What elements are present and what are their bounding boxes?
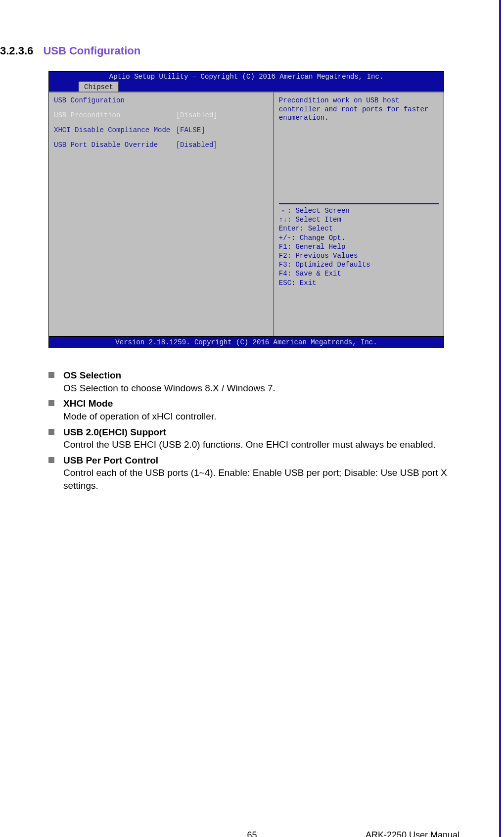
page-number: 65: [247, 830, 257, 837]
bios-title-bar: Aptio Setup Utility – Copyright (C) 2016…: [49, 72, 444, 82]
bullet-icon: [48, 400, 54, 406]
bios-body: USB Configuration USB Precondition [Disa…: [49, 92, 444, 336]
bios-option-value: [Disabled]: [176, 111, 268, 119]
section-title: USB Configuration: [43, 45, 140, 57]
section-heading: 3.2.3.6 USB Configuration: [0, 45, 459, 57]
bios-left-pane: USB Configuration USB Precondition [Disa…: [49, 93, 274, 336]
bios-option-row[interactable]: XHCI Disable Compliance Mode [FALSE]: [54, 126, 268, 134]
bullet-title: OS Selection: [63, 369, 454, 382]
bullet-desc: Control the USB EHCI (USB 2.0) functions…: [63, 438, 454, 451]
bios-option-value: [Disabled]: [176, 141, 268, 149]
manual-title: ARK-2250 User Manual: [366, 830, 459, 837]
side-rule: [499, 0, 501, 837]
bios-window: Aptio Setup Utility – Copyright (C) 2016…: [48, 71, 444, 348]
bullet-title: USB Per Port Control: [63, 454, 454, 467]
bullet-desc: OS Selection to choose Windows 8.X / Win…: [63, 382, 454, 395]
bios-help-text: Precondition work on USB host controller…: [279, 96, 439, 200]
key-f3: F3: Optimized Defaults: [279, 260, 439, 269]
section-number: 3.2.3.6: [0, 45, 33, 57]
bios-option-row[interactable]: USB Precondition [Disabled]: [54, 111, 268, 119]
bullet-desc: Control each of the USB ports (1~4). Ena…: [63, 466, 454, 492]
bios-option-row[interactable]: USB Port Disable Override [Disabled]: [54, 141, 268, 149]
bullet-title: USB 2.0(EHCI) Support: [63, 426, 454, 439]
bullet-item: USB 2.0(EHCI) Support Control the USB EH…: [48, 426, 454, 451]
bios-key-legend: →←: Select Screen ↑↓: Select Item Enter:…: [279, 206, 439, 287]
bios-divider: [279, 203, 439, 204]
bullet-title: XHCI Mode: [63, 397, 454, 410]
bios-option-label: XHCI Disable Compliance Mode: [54, 126, 176, 134]
bios-footer: Version 2.18.1259. Copyright (C) 2016 Am…: [49, 336, 444, 348]
bullet-item: XHCI Mode Mode of operation of xHCI cont…: [48, 397, 454, 422]
key-enter: Enter: Select: [279, 224, 439, 233]
bios-screenshot: Aptio Setup Utility – Copyright (C) 2016…: [48, 71, 444, 348]
key-f1: F1: General Help: [279, 242, 439, 251]
key-change: +/-: Change Opt.: [279, 233, 439, 242]
bios-right-pane: Precondition work on USB host controller…: [274, 93, 444, 336]
bios-option-label: USB Precondition: [54, 111, 176, 119]
key-f4: F4: Save & Exit: [279, 269, 439, 278]
bullet-icon: [48, 429, 54, 435]
key-select-item: ↑↓: Select Item: [279, 215, 439, 224]
bullet-desc: Mode of operation of xHCI controller.: [63, 410, 454, 423]
key-f2: F2: Previous Values: [279, 251, 439, 260]
key-select-screen: →←: Select Screen: [279, 206, 439, 215]
bullet-list: OS Selection OS Selection to choose Wind…: [48, 369, 454, 492]
bios-tab-bar: Chipset: [49, 82, 444, 92]
bios-option-label: USB Port Disable Override: [54, 141, 176, 149]
bullet-item: USB Per Port Control Control each of the…: [48, 454, 454, 492]
bullet-item: OS Selection OS Selection to choose Wind…: [48, 369, 454, 394]
manual-page: 3.2.3.6 USB Configuration Aptio Setup Ut…: [0, 0, 504, 837]
bios-section-title: USB Configuration: [54, 96, 268, 104]
bios-option-value: [FALSE]: [176, 126, 268, 134]
key-esc: ESC: Exit: [279, 279, 439, 287]
bullet-icon: [48, 457, 54, 463]
bios-tab-chipset[interactable]: Chipset: [79, 82, 119, 92]
bullet-icon: [48, 372, 54, 378]
